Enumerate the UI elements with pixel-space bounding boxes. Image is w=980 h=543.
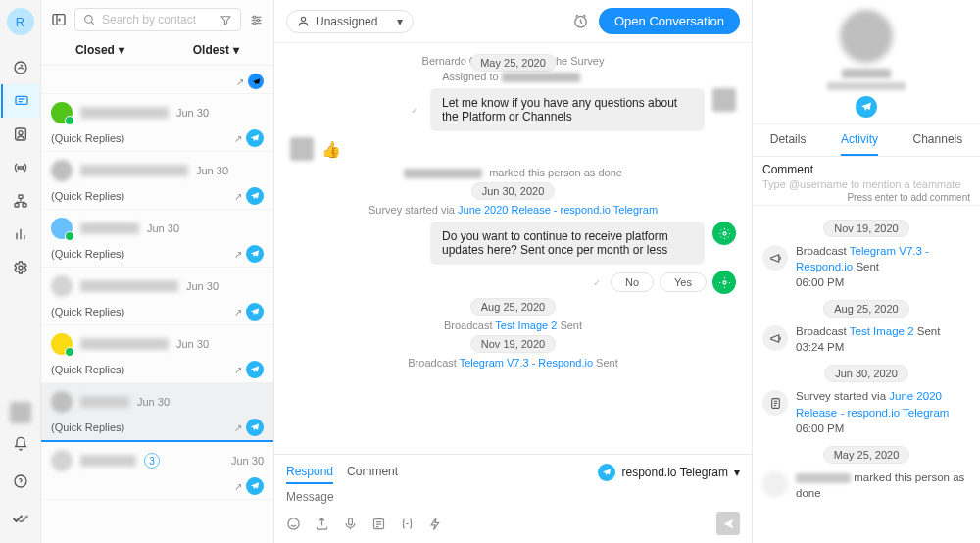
quick-reply-no[interactable]: No	[611, 272, 654, 292]
date-chip: Jun 30, 2020	[471, 182, 556, 200]
outbound-message: ✓ Let me know if you have any questions …	[290, 88, 736, 131]
nav-rail: R	[0, 0, 41, 543]
assignee-dropdown[interactable]: Unassigned ▾	[286, 10, 414, 33]
sort-order-pill[interactable]: Oldest▾	[193, 43, 239, 57]
conversation-item[interactable]: Jun 30 (Quick Replies)↗	[41, 94, 273, 152]
workflow-icon[interactable]	[1, 184, 40, 218]
conv-date: Jun 30	[186, 280, 219, 292]
telegram-badge-icon	[248, 74, 264, 89]
comment-hint: Press enter to add comment	[762, 192, 970, 203]
mic-icon[interactable]	[343, 517, 358, 531]
tab-channels[interactable]: Channels	[913, 124, 963, 156]
send-arrow-icon: ↗	[234, 249, 242, 260]
user-avatar-icon	[762, 471, 788, 497]
contact-avatar	[51, 275, 73, 297]
send-button[interactable]	[716, 512, 740, 535]
settings-icon[interactable]	[1, 251, 40, 284]
system-event: Assigned to	[442, 71, 498, 82]
emoji-icon[interactable]	[286, 517, 301, 531]
contact-name	[842, 69, 891, 78]
filter-icon[interactable]	[220, 14, 232, 26]
collapse-icon[interactable]	[51, 12, 67, 27]
bot-avatar	[712, 222, 736, 245]
svg-line-1	[21, 65, 23, 67]
send-arrow-icon: ↗	[234, 422, 242, 433]
flash-icon[interactable]	[428, 517, 443, 531]
conv-preview: (Quick Replies)	[51, 421, 124, 433]
message-input[interactable]	[286, 490, 740, 504]
upload-icon[interactable]	[315, 517, 329, 531]
svg-rect-8	[19, 195, 23, 198]
user-avatar[interactable]: R	[7, 8, 34, 35]
conv-preview: (Quick Replies)	[51, 248, 124, 260]
variable-icon[interactable]	[400, 517, 415, 531]
chevron-down-icon: ▾	[397, 15, 403, 28]
contact-name	[80, 455, 136, 467]
conversation-item[interactable]: Jun 30 (Quick Replies)↗	[41, 268, 273, 325]
tab-respond[interactable]: Respond	[286, 461, 333, 484]
send-arrow-icon: ↗	[234, 133, 242, 144]
broadcast-icon	[762, 245, 788, 271]
messages-icon[interactable]	[1, 84, 40, 118]
filter-status-pill[interactable]: Closed▾	[75, 43, 124, 57]
feed-item: Survey started via June 2020 Release - r…	[762, 388, 970, 435]
broadcast-link[interactable]: Test Image 2	[495, 320, 557, 331]
search-input[interactable]	[102, 13, 214, 26]
snippet-icon[interactable]	[371, 517, 386, 531]
svg-line-20	[91, 22, 94, 25]
date-chip: Nov 19, 2020	[823, 220, 908, 237]
conv-date: Jun 30	[231, 455, 264, 467]
feed-link[interactable]: Test Image 2	[850, 325, 914, 337]
conversation-item[interactable]: Jun 30 (Quick Replies)↗	[41, 325, 273, 383]
send-arrow-icon: ↗	[234, 191, 242, 202]
contact-name	[80, 396, 129, 408]
svg-rect-9	[15, 204, 19, 207]
snooze-icon[interactable]	[572, 13, 589, 29]
conversation-item[interactable]: Jun 30 (Quick Replies)↗	[41, 383, 273, 442]
contacts-icon[interactable]	[1, 118, 40, 151]
read-all-icon[interactable]	[1, 502, 40, 535]
dashboard-icon[interactable]	[1, 51, 40, 84]
search-input-wrap[interactable]	[74, 8, 241, 31]
tab-comment[interactable]: Comment	[347, 461, 398, 484]
broadcast-link[interactable]: Telegram V7.3 - Respond.io	[460, 357, 593, 369]
sort-settings-icon[interactable]	[249, 13, 264, 27]
system-event: Sent	[593, 357, 618, 369]
broadcast-icon	[762, 325, 788, 351]
bot-avatar	[712, 271, 736, 294]
comment-input[interactable]: Type @username to mention a teammate	[762, 178, 970, 190]
conversation-item[interactable]: Jun 30 (Quick Replies)↗	[41, 152, 273, 210]
inbound-message: 👍	[290, 137, 736, 161]
contact-avatar	[51, 333, 73, 355]
date-chip: Aug 25, 2020	[470, 298, 556, 316]
telegram-icon	[246, 245, 264, 263]
conversation-scroll[interactable]: ↗ Jun 30 (Quick Replies)↗ Jun 30 (Quick …	[41, 66, 273, 543]
conversation-item[interactable]: 3Jun 30 ↗	[41, 442, 273, 500]
conversation-item[interactable]: Jun 30 (Quick Replies)↗	[41, 210, 273, 268]
thumbs-up-emoji: 👍	[321, 140, 341, 159]
survey-link[interactable]: June 2020 Release - respond.io Telegram	[458, 204, 658, 216]
quick-reply-yes[interactable]: Yes	[660, 272, 707, 292]
date-chip: May 25, 2020	[823, 446, 910, 464]
conv-date: Jun 30	[147, 222, 179, 234]
workspace-icon[interactable]	[10, 402, 31, 423]
activity-feed[interactable]: Nov 19, 2020 Broadcast Telegram V7.3 - R…	[753, 206, 980, 543]
reports-icon[interactable]	[1, 218, 40, 251]
svg-rect-10	[23, 204, 26, 207]
tab-details[interactable]: Details	[770, 124, 807, 156]
svg-point-14	[19, 266, 23, 270]
broadcast-icon[interactable]	[1, 151, 40, 184]
contact-handle	[827, 82, 906, 90]
notifications-icon[interactable]	[1, 427, 40, 461]
tab-activity[interactable]: Activity	[841, 124, 878, 156]
conv-preview: (Quick Replies)	[51, 132, 124, 144]
search-icon	[83, 14, 96, 26]
help-icon[interactable]	[1, 465, 40, 498]
system-event: Sent	[557, 320, 582, 331]
channel-selector[interactable]: respond.io Telegram ▾	[598, 464, 740, 481]
open-conversation-button[interactable]: Open Conversation	[599, 8, 740, 34]
contact-avatar	[51, 160, 73, 181]
svg-point-19	[85, 15, 93, 23]
contact-name	[80, 165, 188, 176]
contact-avatar	[51, 102, 73, 123]
